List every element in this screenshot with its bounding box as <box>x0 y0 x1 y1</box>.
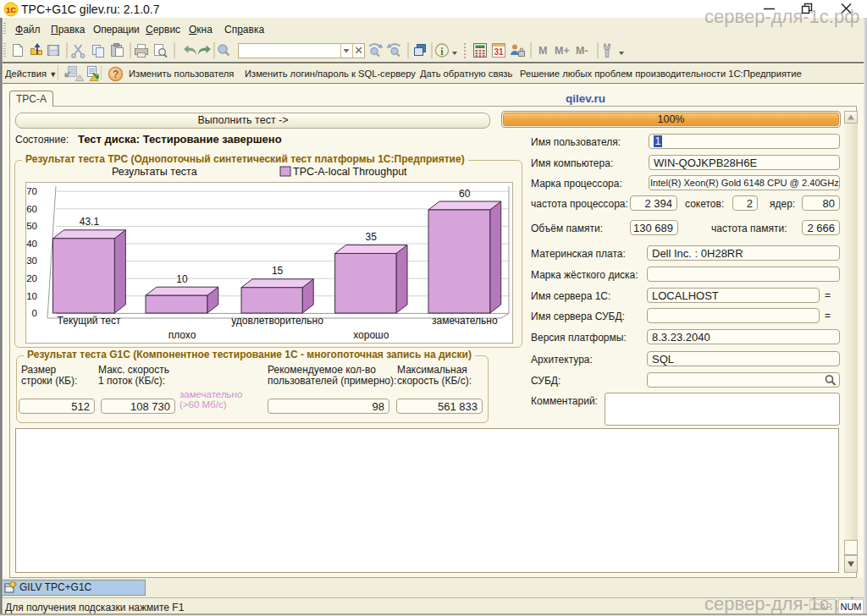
svg-text:M-: M- <box>576 45 588 57</box>
svg-text:плохо: плохо <box>168 329 196 341</box>
svg-text:TPC-A-local Throughput: TPC-A-local Throughput <box>293 166 407 178</box>
svg-text:35: 35 <box>366 231 378 243</box>
svg-text:60: 60 <box>459 188 471 200</box>
svg-text:43.1: 43.1 <box>80 216 100 228</box>
svg-text:хорошо: хорошо <box>353 329 389 341</box>
svg-text:Текущий тест: Текущий тест <box>58 315 121 327</box>
svg-text:20: 20 <box>26 273 37 283</box>
svg-text:M+: M+ <box>555 45 570 57</box>
svg-text:31: 31 <box>494 47 504 57</box>
svg-text:10: 10 <box>26 291 37 301</box>
svg-text:40: 40 <box>26 239 37 249</box>
svg-text:15: 15 <box>272 265 284 277</box>
svg-text:10: 10 <box>176 273 188 285</box>
svg-text:удовлетворительно: удовлетворительно <box>231 315 323 327</box>
svg-text:0: 0 <box>32 308 37 318</box>
svg-text:Результаты теста: Результаты теста <box>112 166 197 178</box>
svg-text:30: 30 <box>26 256 37 266</box>
svg-text:?: ? <box>113 69 119 80</box>
svg-text:70: 70 <box>26 186 37 196</box>
svg-text:50: 50 <box>26 221 37 231</box>
svg-text:1C: 1C <box>6 5 16 14</box>
svg-text:M: M <box>538 45 547 57</box>
svg-text:60: 60 <box>26 204 37 214</box>
svg-text:замечательно: замечательно <box>432 315 498 327</box>
